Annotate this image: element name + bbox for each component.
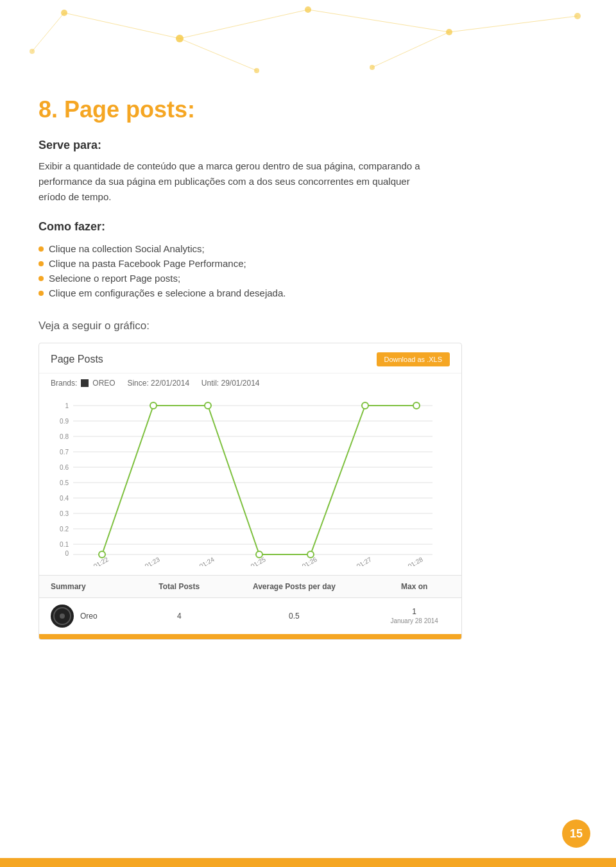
max-on-cell: 1 January 28 2014 <box>367 598 461 635</box>
svg-point-43 <box>362 402 368 409</box>
list-item: Selecione o report Page posts; <box>38 271 578 286</box>
oreo-cell: Oreo <box>51 605 130 628</box>
chart-area: 1 0.9 0.8 0.7 0.6 0.5 0.4 0.3 0.2 0.1 0 <box>39 393 461 575</box>
veja-text: Veja a seguir o gráfico: <box>38 320 578 332</box>
svg-point-8 <box>61 10 67 16</box>
col-avg-posts: Average Posts per day <box>221 576 368 598</box>
svg-point-12 <box>574 13 581 19</box>
col-max-on: Max on <box>367 576 461 598</box>
svg-text:01:24: 01:24 <box>198 556 216 566</box>
list-item: Clique em configurações e selecione a br… <box>38 286 578 300</box>
col-summary: Summary <box>39 576 137 598</box>
svg-point-13 <box>254 68 259 73</box>
oreo-logo <box>51 605 74 628</box>
chart-svg: 1 0.9 0.8 0.7 0.6 0.5 0.4 0.3 0.2 0.1 0 <box>51 399 442 566</box>
svg-point-10 <box>305 6 311 13</box>
svg-text:0: 0 <box>65 550 69 557</box>
chart-card: Page Posts Download as .XLS Brands: OREO… <box>38 343 462 640</box>
svg-text:0.8: 0.8 <box>60 433 69 440</box>
svg-point-40 <box>205 402 211 409</box>
total-posts-cell: 4 <box>137 598 221 635</box>
svg-text:0.7: 0.7 <box>60 449 69 456</box>
serve-para-text: Exibir a quantidade de conteúdo que a ma… <box>38 159 424 205</box>
como-fazer-list: Clique na collection Social Analytics; C… <box>38 241 578 300</box>
svg-point-11 <box>446 29 452 35</box>
chart-legend: Brands: OREO Since: 22/01/2014 Until: 29… <box>39 373 461 393</box>
como-fazer-title: Como fazer: <box>38 220 578 234</box>
svg-text:0.1: 0.1 <box>60 541 69 548</box>
svg-point-44 <box>413 402 420 409</box>
oreo-logo-dot <box>60 614 65 619</box>
svg-text:01:28: 01:28 <box>407 556 425 566</box>
svg-text:0.3: 0.3 <box>60 510 69 517</box>
summary-table: Summary Total Posts Average Posts per da… <box>39 575 461 634</box>
oreo-logo-inner <box>53 607 71 625</box>
bullet-icon <box>38 291 44 296</box>
main-content: 8. Page posts: Serve para: Exibir a quan… <box>0 0 616 678</box>
page-number: 15 <box>562 820 590 848</box>
bullet-icon <box>38 276 44 281</box>
avg-posts-cell: 0.5 <box>221 598 368 635</box>
svg-text:01:27: 01:27 <box>355 556 373 566</box>
list-item: Clique na collection Social Analytics; <box>38 241 578 256</box>
svg-text:0.2: 0.2 <box>60 526 69 533</box>
chart-header: Page Posts Download as .XLS <box>39 343 461 373</box>
svg-text:0.6: 0.6 <box>60 464 69 471</box>
download-button[interactable]: Download as .XLS <box>377 352 450 366</box>
bullet-icon <box>38 261 44 266</box>
svg-point-14 <box>370 65 375 70</box>
table-row: Oreo 4 0.5 1 January 28 2014 <box>39 598 461 635</box>
svg-text:0.4: 0.4 <box>60 495 69 502</box>
bullet-icon <box>38 246 44 252</box>
svg-point-15 <box>30 49 35 54</box>
svg-text:1: 1 <box>65 402 69 409</box>
serve-para-title: Serve para: <box>38 139 578 152</box>
list-item: Clique na pasta Facebook Page Performanc… <box>38 256 578 271</box>
bottom-bar <box>0 858 616 867</box>
chart-bottom-bar <box>39 634 461 639</box>
col-total-posts: Total Posts <box>137 576 221 598</box>
svg-text:0.9: 0.9 <box>60 418 69 425</box>
summary-brand-cell: Oreo <box>39 598 137 635</box>
svg-text:0.5: 0.5 <box>60 479 69 486</box>
legend-box <box>81 379 89 387</box>
svg-point-39 <box>150 402 157 409</box>
top-decoration <box>0 0 616 83</box>
section-title: 8. Page posts: <box>38 96 578 123</box>
svg-text:01:23: 01:23 <box>144 556 162 566</box>
chart-title: Page Posts <box>51 354 103 365</box>
svg-point-9 <box>176 35 184 42</box>
